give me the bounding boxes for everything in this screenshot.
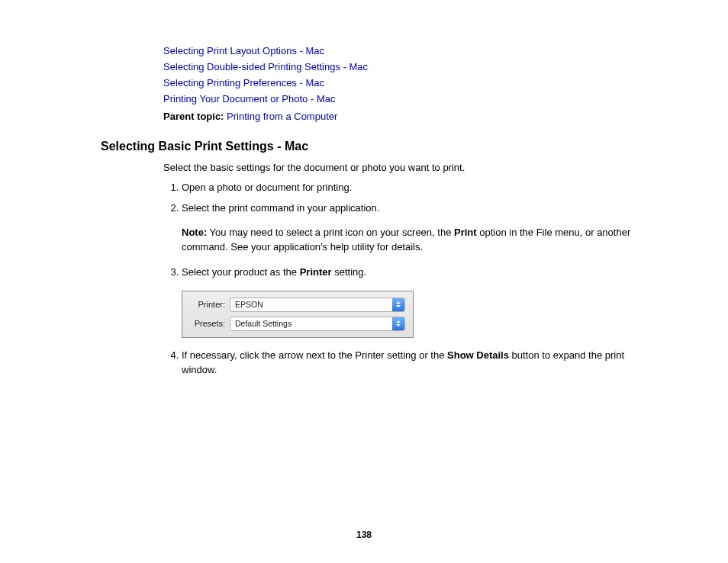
presets-row: Presets: Default Settings bbox=[190, 317, 405, 331]
printer-row: Printer: EPSON bbox=[190, 298, 405, 312]
print-dialog-screenshot: Printer: EPSON Presets: Default Set bbox=[182, 291, 636, 338]
step-2-text: Select the print command in your applica… bbox=[182, 202, 379, 214]
select-arrows-icon bbox=[392, 298, 404, 311]
page-number: 138 bbox=[0, 529, 728, 540]
note-before: You may need to select a print icon on y… bbox=[207, 227, 454, 238]
presets-value: Default Settings bbox=[230, 318, 392, 330]
note-block: Note: You may need to select a print ico… bbox=[182, 226, 636, 255]
select-arrows-icon bbox=[392, 317, 404, 330]
parent-topic-link[interactable]: Printing from a Computer bbox=[227, 111, 337, 122]
step-1: Open a photo or document for printing. bbox=[182, 181, 636, 195]
step-4-bold: Show Details bbox=[447, 349, 509, 361]
parent-topic: Parent topic: Printing from a Computer bbox=[163, 110, 636, 124]
intro-text: Select the basic settings for the docume… bbox=[163, 161, 636, 175]
link-double-sided[interactable]: Selecting Double-sided Printing Settings… bbox=[163, 60, 636, 75]
related-links: Selecting Print Layout Options - Mac Sel… bbox=[163, 44, 636, 106]
printer-label: Printer: bbox=[190, 299, 230, 311]
steps-list: Open a photo or document for printing. S… bbox=[163, 181, 636, 378]
parent-topic-label: Parent topic: bbox=[163, 111, 224, 122]
link-print-layout[interactable]: Selecting Print Layout Options - Mac bbox=[163, 44, 636, 59]
step-2: Select the print command in your applica… bbox=[182, 201, 636, 256]
presets-select[interactable]: Default Settings bbox=[230, 317, 405, 331]
note-bold-print: Print bbox=[454, 227, 477, 238]
link-printing-preferences[interactable]: Selecting Printing Preferences - Mac bbox=[163, 76, 636, 91]
mac-print-dialog: Printer: EPSON Presets: Default Set bbox=[182, 291, 414, 338]
presets-label: Presets: bbox=[190, 318, 230, 330]
printer-select[interactable]: EPSON bbox=[230, 298, 405, 312]
note-label: Note: bbox=[182, 227, 207, 238]
step-3-before: Select your product as the bbox=[182, 266, 300, 278]
page-heading: Selecting Basic Print Settings - Mac bbox=[101, 140, 636, 153]
step-4: If necessary, click the arrow next to th… bbox=[182, 349, 636, 378]
step-4-before: If necessary, click the arrow next to th… bbox=[182, 349, 447, 361]
step-3-after: setting. bbox=[332, 266, 367, 278]
step-3: Select your product as the Printer setti… bbox=[182, 265, 636, 338]
link-printing-document[interactable]: Printing Your Document or Photo - Mac bbox=[163, 92, 636, 107]
printer-value: EPSON bbox=[230, 299, 392, 310]
step-3-bold: Printer bbox=[300, 266, 332, 278]
